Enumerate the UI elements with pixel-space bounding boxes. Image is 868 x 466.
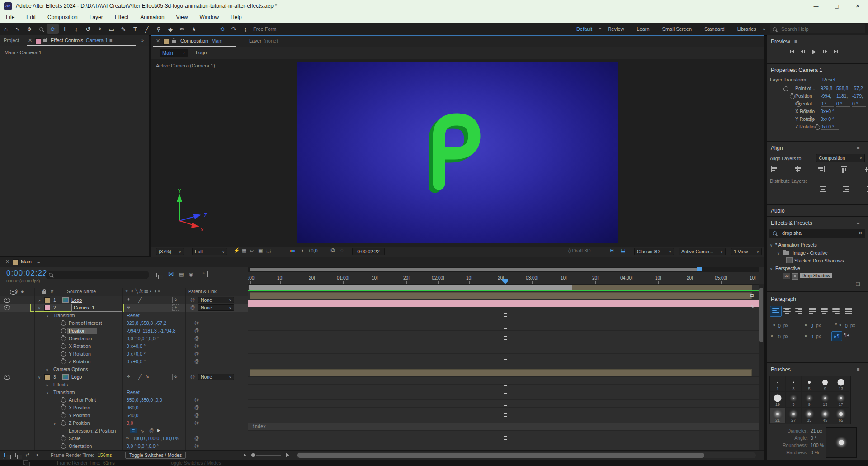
- effects-search[interactable]: ✕: [769, 229, 865, 238]
- justify-last-left-button[interactable]: [807, 306, 818, 316]
- pickwhip-icon[interactable]: @: [190, 297, 195, 302]
- distribute-center-v-button[interactable]: [843, 186, 850, 192]
- align-text-right-button[interactable]: [793, 306, 804, 316]
- justify-last-center-button[interactable]: [819, 306, 830, 316]
- breadcrumb-comp[interactable]: Main ‹: [160, 49, 188, 57]
- expand-layer-pane-button[interactable]: [3, 452, 11, 459]
- property-row[interactable]: X Rotation 0 x+0,0 ° @: [0, 342, 248, 351]
- layer-name[interactable]: Logo: [71, 374, 82, 380]
- exposure-icon[interactable]: ◑: [301, 247, 304, 253]
- menu-file[interactable]: File: [0, 14, 20, 20]
- ltr-direction-button[interactable]: ▸¶: [831, 331, 842, 341]
- pickwhip-icon[interactable]: @: [190, 305, 195, 310]
- fast-preview-icon[interactable]: ⚡: [234, 247, 240, 253]
- help-search-input[interactable]: [780, 26, 854, 32]
- region-of-interest-icon[interactable]: ▣: [258, 247, 263, 253]
- menu-window[interactable]: Window: [193, 14, 225, 20]
- expander-icon[interactable]: ∨: [38, 306, 41, 310]
- dolly-camera-tool[interactable]: ↕: [71, 24, 82, 34]
- prop-value[interactable]: 1181,: [836, 93, 850, 99]
- properties-menu-icon[interactable]: ≡: [857, 67, 859, 72]
- resolution-dropdown[interactable]: Full∨: [192, 248, 227, 255]
- align-center-h-button[interactable]: [794, 166, 801, 172]
- fx-switch-icon[interactable]: fx: [146, 374, 149, 379]
- menu-composition[interactable]: Composition: [42, 14, 84, 20]
- source-name-column[interactable]: Source Name: [67, 289, 96, 294]
- tree-animation-presets[interactable]: * Animation Presets: [775, 242, 817, 247]
- angle-value[interactable]: 0 °: [811, 435, 816, 441]
- prop-value[interactable]: 929,8: [821, 86, 834, 91]
- property-row[interactable]: Y Rotation 0 x+0,0 ° @: [0, 350, 248, 358]
- new-panel-corner-icon[interactable]: ❏: [856, 281, 860, 287]
- collapse-switch-icon[interactable]: ⚘: [127, 305, 131, 310]
- layer-name-field[interactable]: Camera 1: [71, 304, 123, 312]
- stopwatch-icon[interactable]: [61, 321, 66, 326]
- brush-item[interactable]: 17: [833, 392, 849, 408]
- tab-composition-target[interactable]: Main: [212, 38, 222, 43]
- expression-pickwhip-icon[interactable]: @: [149, 428, 154, 433]
- tree-drop-shadow-selected[interactable]: Drop Shadow: [800, 273, 832, 278]
- mask-visibility-icon[interactable]: ▱: [250, 247, 254, 253]
- orbit-camera-tool[interactable]: ⟳: [47, 24, 59, 34]
- property-row[interactable]: Point of Interest 929,8 ,558,8 ,-57,2 @: [0, 319, 248, 328]
- layer-color-swatch[interactable]: [44, 297, 50, 303]
- effect-controls-close-icon[interactable]: ✕: [28, 38, 32, 43]
- eraser-tool[interactable]: ◆: [165, 24, 176, 34]
- menu-animation[interactable]: Animation: [134, 14, 170, 20]
- audio-title[interactable]: Audio: [771, 208, 785, 214]
- current-timecode[interactable]: 0:00:02:22: [6, 269, 47, 278]
- space-before-value[interactable]: 0: [778, 334, 781, 339]
- layer-row-logo-3[interactable]: ∨ 3 Logo ⚘ ╱ fx ⬙ @ None∨: [0, 373, 248, 381]
- layer-bar-logo-1[interactable]: [250, 292, 752, 299]
- roundness-value[interactable]: 100 %: [811, 442, 824, 448]
- space-after-value[interactable]: 0: [811, 334, 813, 339]
- brush-item[interactable]: 19: [770, 392, 786, 408]
- pickwhip-icon[interactable]: @: [194, 420, 199, 425]
- snapshot-camera-icon[interactable]: ⏣: [330, 247, 335, 253]
- workspace-overflow-icon[interactable]: »: [763, 26, 765, 32]
- group-row-transform-logo[interactable]: ∨ Transform Reset: [0, 389, 248, 397]
- twirl-icon[interactable]: ∨: [46, 314, 49, 318]
- pickwhip-icon[interactable]: @: [194, 405, 199, 410]
- property-value-expression-driven[interactable]: 3,0: [127, 420, 133, 426]
- pickwhip-icon[interactable]: @: [194, 320, 199, 325]
- eye-icon[interactable]: [4, 375, 10, 380]
- pen-tool[interactable]: ✎: [118, 24, 129, 34]
- indent-left-value[interactable]: 0: [778, 323, 781, 328]
- transparency-grid-icon[interactable]: ▦: [242, 247, 246, 253]
- first-line-indent-value[interactable]: 0: [845, 323, 848, 328]
- menu-edit[interactable]: Edit: [20, 14, 42, 20]
- group-row-transform[interactable]: ∨ Transform Reset: [0, 312, 248, 320]
- pickwhip-icon[interactable]: @: [194, 443, 199, 448]
- tab-project[interactable]: Project: [4, 38, 19, 43]
- tab-effect-controls-target[interactable]: Camera 1: [86, 38, 108, 43]
- current-time-indicator[interactable]: [505, 280, 505, 450]
- collapse-switch-icon[interactable]: ⚘: [127, 374, 131, 379]
- stopwatch-icon[interactable]: [61, 336, 66, 341]
- prop-value[interactable]: -994,: [821, 93, 834, 99]
- menu-view[interactable]: View: [170, 14, 194, 20]
- expression-language-icon[interactable]: ▶: [157, 428, 160, 433]
- shy-layers-icon[interactable]: [15, 453, 20, 457]
- stopwatch-icon[interactable]: [783, 86, 788, 91]
- timeline-tab[interactable]: Main: [21, 259, 32, 264]
- rtl-direction-button[interactable]: ¶◂: [844, 332, 849, 338]
- prop-value[interactable]: 0 °: [821, 101, 834, 107]
- layer-name[interactable]: Logo: [71, 297, 82, 303]
- stopwatch-icon[interactable]: [61, 413, 66, 418]
- pickwhip-icon[interactable]: @: [194, 436, 199, 441]
- expander-icon[interactable]: ∨: [37, 300, 41, 302]
- zoom-in-mountain-icon[interactable]: [286, 453, 289, 457]
- frame-blend-status-icon[interactable]: ⇄: [25, 452, 29, 458]
- ground-plane-icon[interactable]: ⊞: [610, 247, 614, 253]
- parent-link-column[interactable]: Parent & Link: [188, 289, 217, 294]
- expression-row[interactable]: Expression: Z Position = ∿ @ ▶: [0, 427, 248, 435]
- motion-blur-status-icon[interactable]: ◑: [35, 452, 38, 457]
- pan-camera-tool[interactable]: ✛: [59, 24, 71, 34]
- parent-dropdown[interactable]: None∨: [198, 297, 234, 303]
- work-area-bar[interactable]: [249, 285, 572, 290]
- timeline-graph-area[interactable]: 0:00f 10f 20f 01:00f 10f 20f 02:00f 10f …: [248, 267, 759, 450]
- stopwatch-icon[interactable]: [61, 436, 66, 441]
- menu-effect[interactable]: Effect: [109, 14, 134, 20]
- workspace-standard[interactable]: Standard: [698, 26, 731, 32]
